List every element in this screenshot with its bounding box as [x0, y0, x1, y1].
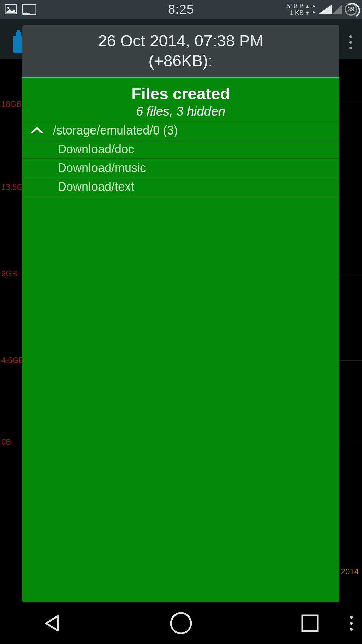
status-right: 518 B ▴ 1 KB ▾ 39 — [286, 3, 357, 16]
svg-point-1 — [7, 7, 9, 9]
data-dots-icon — [312, 4, 316, 14]
file-row[interactable]: Download/music — [22, 159, 339, 177]
wifi-icon — [318, 5, 332, 14]
chart-ylabel: 0B — [1, 437, 11, 447]
file-path: Download/music — [27, 161, 146, 175]
image-icon — [5, 4, 17, 14]
svg-rect-7 — [302, 615, 318, 631]
status-left-icons — [5, 4, 36, 15]
net-down: 1 KB — [289, 9, 304, 16]
file-row[interactable]: Download/doc — [22, 140, 339, 159]
status-time: 8:25 — [168, 2, 194, 17]
files-created-dialog: 26 Oct 2014, 07:38 PM (+86KB): Files cre… — [22, 25, 339, 602]
file-path: Download/text — [27, 180, 134, 194]
section-subtitle: 6 files, 3 hidden — [22, 104, 339, 119]
section-title: Files created — [22, 85, 339, 103]
nav-recents-button[interactable] — [295, 608, 325, 638]
svg-point-3 — [313, 5, 315, 7]
folder-row[interactable]: /storage/emulated/0 (3) — [22, 121, 339, 140]
files-list[interactable]: /storage/emulated/0 (3) Download/doc Dow… — [22, 121, 339, 196]
network-stats: 518 B ▴ 1 KB ▾ — [286, 3, 309, 16]
file-row[interactable]: Download/text — [22, 177, 339, 196]
file-path: Download/doc — [27, 142, 134, 156]
chart-ylabel: 18GB — [1, 99, 22, 109]
folder-path: /storage/emulated/0 (3) — [47, 123, 178, 138]
nav-home-button[interactable] — [166, 608, 196, 638]
system-nav-bar — [0, 602, 362, 644]
cell-signal-icon — [333, 5, 342, 14]
svg-point-6 — [171, 613, 191, 633]
dialog-title-line1: 26 Oct 2014, 07:38 PM — [29, 31, 333, 51]
net-up: 518 B — [286, 2, 304, 10]
svg-point-4 — [313, 11, 315, 13]
nav-overflow-button[interactable] — [350, 616, 353, 631]
dialog-title-line2: (+86KB): — [29, 51, 333, 71]
chevron-up-icon — [27, 127, 47, 134]
dialog-body: Files created 6 files, 3 hidden /storage… — [22, 78, 339, 602]
chart-ylabel: 9GB — [1, 269, 17, 278]
chart-ylabel: 4.5GB — [1, 356, 24, 365]
battery-icon: 39 — [345, 3, 357, 16]
svg-rect-2 — [22, 4, 36, 14]
status-bar: 8:25 518 B ▴ 1 KB ▾ 39 — [0, 0, 362, 19]
nav-back-button[interactable] — [37, 608, 67, 638]
dialog-header: 26 Oct 2014, 07:38 PM (+86KB): — [22, 25, 339, 78]
svg-rect-5 — [17, 30, 20, 33]
cast-icon — [22, 4, 36, 15]
battery-percent: 39 — [348, 6, 354, 13]
appbar-overflow-button[interactable] — [345, 32, 357, 52]
